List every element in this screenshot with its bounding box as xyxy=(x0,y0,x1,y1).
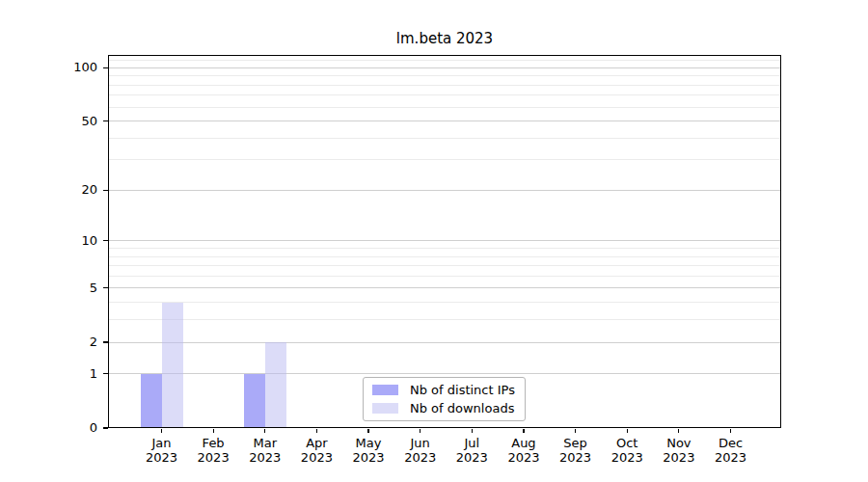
x-tick-mark xyxy=(161,429,162,433)
y-tick-label: 100 xyxy=(40,60,97,75)
y-tick-mark xyxy=(103,120,108,121)
y-tick-label: 2 xyxy=(40,335,97,350)
legend-label: Nb of downloads xyxy=(410,401,514,415)
x-tick-mark xyxy=(316,429,317,433)
gridline-minor xyxy=(109,94,780,95)
gridline-major xyxy=(109,287,780,288)
bar-distinct-ips xyxy=(244,374,265,428)
legend-item: Nb of downloads xyxy=(372,401,517,415)
gridline-major xyxy=(109,67,780,68)
gridline-minor xyxy=(109,248,780,249)
gridline-minor xyxy=(109,302,780,303)
x-tick-mark xyxy=(472,429,473,433)
x-tick-label: Dec2023 xyxy=(699,436,761,465)
legend-item: Nb of distinct IPs xyxy=(372,383,517,397)
x-tick-mark xyxy=(523,429,524,433)
gridline-minor xyxy=(109,138,780,139)
y-tick-label: 0 xyxy=(40,420,97,436)
x-tick-mark xyxy=(367,429,368,433)
chart-figure: lm.beta 2023 0125102050100Jan2023Feb2023… xyxy=(0,0,868,482)
gridline-major xyxy=(109,190,780,191)
y-tick-mark xyxy=(103,190,108,191)
y-tick-mark xyxy=(103,240,108,241)
gridline-minor xyxy=(109,256,780,257)
legend-label: Nb of distinct IPs xyxy=(410,383,515,397)
y-tick-label: 5 xyxy=(40,281,97,296)
x-tick-mark xyxy=(264,429,265,433)
x-tick-mark xyxy=(627,429,628,433)
y-tick-mark xyxy=(103,373,108,374)
gridline-major xyxy=(109,342,780,343)
chart-title: lm.beta 2023 xyxy=(108,30,781,47)
gridline-minor xyxy=(109,60,780,61)
y-tick-label: 10 xyxy=(40,233,97,249)
gridline-major xyxy=(109,240,780,241)
y-tick-mark xyxy=(103,67,108,68)
x-tick-mark xyxy=(575,429,576,433)
x-tick-mark xyxy=(213,429,214,433)
y-tick-label: 20 xyxy=(40,182,97,198)
bar-downloads xyxy=(162,303,183,428)
bar-distinct-ips xyxy=(141,374,162,428)
gridline-minor xyxy=(109,159,780,160)
y-tick-mark xyxy=(103,287,108,288)
gridline-minor xyxy=(109,85,780,86)
gridline-minor xyxy=(109,276,780,277)
x-tick-month: Dec xyxy=(699,436,761,450)
gridline-minor xyxy=(109,75,780,76)
plot-area-border xyxy=(108,55,781,428)
legend: Nb of distinct IPsNb of downloads xyxy=(363,377,526,421)
y-tick-label: 50 xyxy=(40,114,97,129)
gridline-major xyxy=(109,373,780,374)
gridline-minor xyxy=(109,265,780,266)
x-tick-mark xyxy=(678,429,679,433)
gridline-minor xyxy=(109,107,780,108)
x-tick-mark xyxy=(420,429,420,433)
x-tick-year: 2023 xyxy=(699,450,761,465)
y-tick-mark xyxy=(103,341,108,342)
gridline-major xyxy=(109,120,780,121)
gridline-minor xyxy=(109,319,780,320)
y-tick-label: 1 xyxy=(40,366,97,382)
legend-swatch-icon xyxy=(372,385,398,395)
bar-downloads xyxy=(265,342,286,428)
x-tick-mark xyxy=(730,429,731,433)
y-tick-mark xyxy=(103,427,108,428)
legend-swatch-icon xyxy=(372,403,398,414)
